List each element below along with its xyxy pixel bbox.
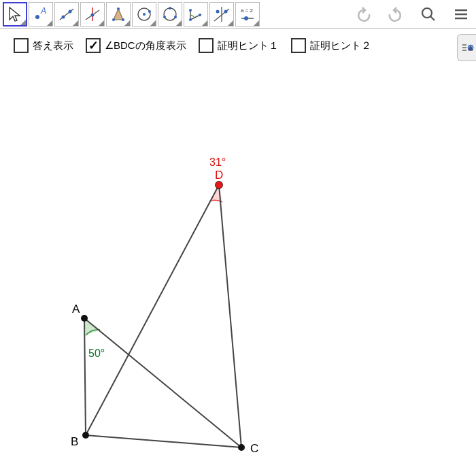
svg-point-3 bbox=[62, 15, 65, 18]
checkbox-hint1[interactable]: 証明ヒント１ bbox=[199, 38, 279, 53]
tool-reflect[interactable] bbox=[209, 2, 234, 27]
svg-point-17 bbox=[174, 16, 177, 18]
svg-line-29 bbox=[430, 16, 435, 20]
checkbox-label: 証明ヒント１ bbox=[218, 39, 279, 52]
checkbox-angle-bdc[interactable]: ∠BDCの角度表示 bbox=[86, 38, 186, 53]
svg-line-2 bbox=[60, 9, 73, 20]
side-panel-toggle[interactable] bbox=[457, 34, 476, 61]
segment-ab[interactable] bbox=[84, 318, 86, 435]
point-c[interactable] bbox=[238, 444, 245, 451]
menu-button[interactable] bbox=[449, 2, 473, 27]
svg-point-23 bbox=[216, 10, 220, 13]
tool-point[interactable]: A bbox=[29, 2, 53, 27]
checkbox-label: ∠BDCの角度表示 bbox=[105, 39, 186, 52]
svg-point-19 bbox=[189, 9, 192, 12]
segment-cd[interactable] bbox=[219, 185, 241, 447]
redo-button[interactable] bbox=[384, 2, 408, 27]
checkbox-answer[interactable]: 答え表示 bbox=[14, 38, 73, 53]
tool-polygon[interactable] bbox=[106, 2, 131, 27]
checkbox-label: 答え表示 bbox=[33, 39, 73, 52]
checkbox-row: 答え表示 ∠BDCの角度表示 証明ヒント１ 証明ヒント２ bbox=[0, 29, 476, 63]
svg-point-28 bbox=[422, 8, 432, 18]
svg-point-9 bbox=[117, 7, 120, 10]
label-d: D bbox=[215, 169, 223, 182]
checkbox-box bbox=[86, 38, 101, 53]
toolbar: A a = 2 bbox=[0, 0, 476, 29]
segment-bd[interactable] bbox=[86, 185, 219, 435]
svg-point-18 bbox=[189, 18, 192, 21]
checkbox-box bbox=[14, 38, 29, 53]
segment-ac[interactable] bbox=[84, 318, 241, 447]
tool-move[interactable] bbox=[3, 2, 27, 27]
svg-point-8 bbox=[112, 18, 115, 21]
toolbar-right bbox=[351, 2, 473, 27]
svg-point-13 bbox=[148, 10, 151, 13]
svg-text:a = 2: a = 2 bbox=[241, 7, 254, 14]
point-d[interactable] bbox=[216, 182, 223, 189]
svg-point-16 bbox=[163, 16, 166, 18]
svg-point-7 bbox=[91, 13, 95, 16]
checkbox-box bbox=[199, 38, 214, 53]
label-a: A bbox=[72, 303, 80, 316]
angle-value-a: 50° bbox=[88, 347, 105, 359]
svg-point-14 bbox=[164, 8, 176, 20]
point-b[interactable] bbox=[82, 432, 89, 439]
tool-group: A a = 2 bbox=[3, 2, 260, 27]
svg-point-15 bbox=[169, 7, 171, 10]
label-c: C bbox=[250, 442, 258, 455]
svg-point-24 bbox=[224, 10, 228, 13]
tool-perpendicular[interactable] bbox=[80, 2, 105, 27]
angle-value-d: 31° bbox=[209, 156, 226, 168]
point-a[interactable] bbox=[81, 315, 88, 322]
tool-slider[interactable]: a = 2 bbox=[235, 2, 260, 27]
label-b: B bbox=[71, 435, 78, 448]
tool-line[interactable] bbox=[54, 2, 79, 27]
svg-point-4 bbox=[69, 10, 72, 13]
svg-point-20 bbox=[199, 14, 201, 16]
search-button[interactable] bbox=[416, 2, 441, 27]
tool-circle-center[interactable] bbox=[132, 2, 156, 27]
undo-button[interactable] bbox=[351, 2, 375, 27]
svg-text:A: A bbox=[40, 6, 46, 16]
segment-bc[interactable] bbox=[86, 435, 241, 447]
checkbox-box bbox=[291, 38, 306, 53]
checkbox-hint2[interactable]: 証明ヒント２ bbox=[291, 38, 371, 53]
svg-point-0 bbox=[35, 15, 39, 19]
tool-circle-3pt[interactable] bbox=[158, 2, 182, 27]
panel-icon bbox=[460, 41, 474, 54]
tool-angle[interactable] bbox=[184, 2, 208, 27]
checkbox-label: 証明ヒント２ bbox=[310, 39, 371, 52]
geometry-canvas[interactable]: A B C D 50° 31° bbox=[0, 68, 476, 476]
svg-point-12 bbox=[143, 13, 146, 16]
svg-point-27 bbox=[244, 16, 248, 20]
